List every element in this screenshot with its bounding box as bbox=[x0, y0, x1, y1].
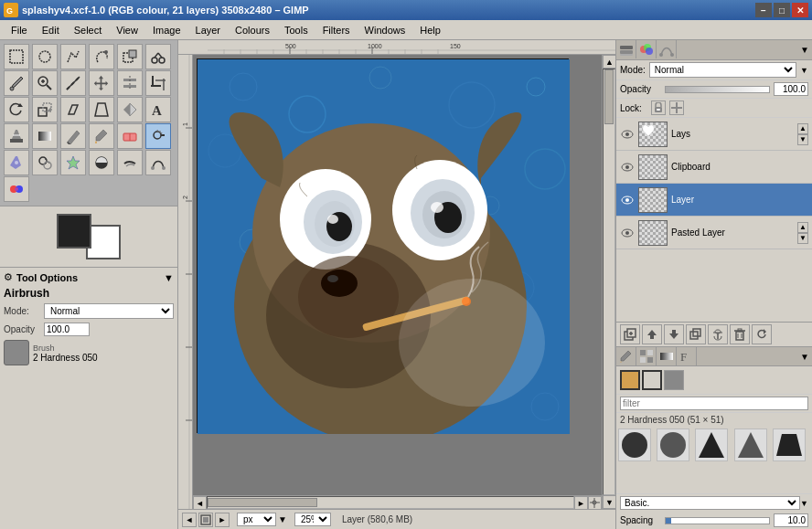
scroll-right-btn[interactable]: ► bbox=[574, 496, 588, 509]
layer-item-pasted[interactable]: Pasted Layer ▲ ▼ bbox=[616, 217, 812, 249]
layer-visibility-layer[interactable] bbox=[620, 193, 635, 207]
tool-smudge[interactable] bbox=[117, 150, 143, 175]
tool-clone[interactable] bbox=[32, 150, 58, 175]
brush-swatch-light[interactable] bbox=[642, 370, 662, 390]
tool-fuzzy-select[interactable] bbox=[89, 44, 114, 69]
lower-layer-btn[interactable] bbox=[664, 324, 684, 344]
maximize-button[interactable]: □ bbox=[774, 3, 790, 17]
opacity-input[interactable]: 100.0 bbox=[44, 323, 90, 336]
tab-fonts[interactable]: F bbox=[677, 347, 697, 365]
mode-select[interactable]: Normal bbox=[44, 303, 174, 319]
color-swatches[interactable] bbox=[57, 214, 121, 259]
tool-perspective[interactable] bbox=[89, 97, 114, 122]
menu-colours[interactable]: Colours bbox=[228, 23, 277, 37]
menu-edit[interactable]: Edit bbox=[35, 23, 67, 37]
tab-brushes[interactable] bbox=[616, 347, 636, 365]
canvas-scroll-container[interactable]: ◄ ► bbox=[193, 55, 602, 509]
tool-align[interactable] bbox=[117, 70, 143, 96]
lock-position-btn[interactable] bbox=[669, 101, 684, 115]
panel-menu-btn[interactable]: ▼ bbox=[797, 40, 812, 59]
scroll-down-btn[interactable]: ▼ bbox=[603, 495, 615, 509]
layer-visibility-pasted[interactable] bbox=[620, 226, 635, 240]
menu-view[interactable]: View bbox=[109, 23, 145, 37]
close-button[interactable]: ✕ bbox=[792, 3, 808, 17]
scroll-left-btn[interactable]: ◄ bbox=[193, 496, 207, 509]
layer-opacity-input[interactable]: 100.0 bbox=[774, 82, 808, 96]
duplicate-layer-btn[interactable] bbox=[686, 324, 706, 344]
opacity-slider[interactable] bbox=[665, 86, 770, 93]
tool-free-select[interactable] bbox=[60, 44, 86, 69]
spacing-slider[interactable] bbox=[665, 517, 770, 524]
foreground-color[interactable] bbox=[57, 214, 91, 249]
brush-cell-2[interactable] bbox=[657, 428, 689, 461]
hscroll-track[interactable] bbox=[207, 496, 574, 509]
tool-zoom[interactable] bbox=[32, 70, 58, 96]
layer-item-layer[interactable]: Layer bbox=[616, 184, 812, 217]
brush-swatch-gold[interactable] bbox=[620, 370, 640, 390]
tool-paths[interactable] bbox=[145, 150, 171, 175]
tool-measure[interactable] bbox=[60, 70, 86, 96]
tool-flip[interactable] bbox=[117, 97, 143, 122]
pasted-up-btn[interactable]: ▲ bbox=[797, 222, 808, 233]
brush-cell-5[interactable] bbox=[773, 428, 806, 461]
delete-layer-btn[interactable] bbox=[730, 324, 750, 344]
vscroll-track[interactable] bbox=[603, 69, 615, 495]
brush-swatch-dark[interactable] bbox=[664, 370, 684, 390]
tool-paintbrush[interactable] bbox=[89, 123, 114, 149]
menu-file[interactable]: File bbox=[4, 23, 35, 37]
tool-dodge-burn[interactable] bbox=[89, 150, 114, 175]
layer-item-lays[interactable]: Lays ▲ ▼ bbox=[616, 118, 812, 151]
menu-select[interactable]: Select bbox=[67, 23, 110, 37]
layer-visibility-lays[interactable] bbox=[620, 127, 635, 142]
unit-select[interactable]: px mm in bbox=[237, 513, 276, 526]
tab-gradients[interactable] bbox=[657, 347, 677, 365]
menu-layer[interactable]: Layer bbox=[188, 23, 229, 37]
mode-expand-btn[interactable]: ▼ bbox=[800, 66, 808, 75]
tool-eraser[interactable] bbox=[117, 123, 143, 149]
brush-category-select[interactable]: Basic. bbox=[620, 496, 800, 510]
menu-help[interactable]: Help bbox=[412, 23, 448, 37]
tool-color-replace[interactable] bbox=[4, 176, 29, 202]
nav-prev-btn[interactable]: ◄ bbox=[182, 513, 197, 527]
brush-filter-input[interactable] bbox=[620, 397, 808, 410]
vscroll-thumb[interactable] bbox=[604, 69, 614, 124]
brushes-menu-btn[interactable]: ▼ bbox=[797, 352, 812, 362]
tool-rotate[interactable] bbox=[4, 97, 29, 122]
menu-image[interactable]: Image bbox=[145, 23, 188, 37]
tool-ink[interactable] bbox=[4, 150, 29, 175]
tool-move[interactable] bbox=[89, 70, 114, 96]
brush-cell-4[interactable] bbox=[734, 428, 767, 461]
tool-rect-select[interactable] bbox=[4, 44, 29, 69]
hscroll-thumb[interactable] bbox=[208, 498, 317, 507]
menu-filters[interactable]: Filters bbox=[315, 23, 358, 37]
spacing-input[interactable]: 10.0 bbox=[774, 513, 808, 527]
layer-visibility-clipboard[interactable] bbox=[620, 160, 635, 175]
tab-channels-icon[interactable] bbox=[636, 40, 657, 58]
tool-scale[interactable] bbox=[32, 97, 58, 122]
tool-text[interactable]: A bbox=[145, 97, 171, 122]
lock-pixels-btn[interactable] bbox=[651, 101, 666, 115]
canvas-image[interactable] bbox=[197, 58, 569, 433]
tool-bucket-fill[interactable] bbox=[4, 123, 29, 149]
tool-options-expand[interactable]: ▼ bbox=[164, 272, 174, 283]
layer-down-lays[interactable]: ▼ bbox=[797, 134, 808, 145]
layer-mode-select[interactable]: Normal bbox=[649, 62, 796, 78]
tool-crop[interactable] bbox=[145, 70, 171, 96]
tool-blend[interactable] bbox=[32, 123, 58, 149]
pasted-down-btn[interactable]: ▼ bbox=[797, 233, 808, 244]
scroll-corner-btn[interactable] bbox=[588, 496, 602, 509]
menu-tools[interactable]: Tools bbox=[277, 23, 315, 37]
tool-scissors[interactable] bbox=[145, 44, 171, 69]
layer-item-clipboard[interactable]: Clipboard bbox=[616, 151, 812, 184]
tool-foreground-select[interactable] bbox=[117, 44, 143, 69]
tool-shear[interactable] bbox=[60, 97, 86, 122]
zoom-select[interactable]: 25% 50% 100% bbox=[294, 513, 331, 526]
brush-cell-1[interactable] bbox=[618, 428, 651, 461]
tool-heal[interactable] bbox=[60, 150, 86, 175]
brush-cell-3[interactable] bbox=[695, 428, 728, 461]
tab-paths-icon[interactable] bbox=[657, 40, 677, 58]
tab-patterns[interactable] bbox=[636, 347, 657, 365]
menu-windows[interactable]: Windows bbox=[358, 23, 413, 37]
nav-next-btn[interactable]: ► bbox=[215, 513, 230, 527]
tool-pencil[interactable] bbox=[60, 123, 86, 149]
